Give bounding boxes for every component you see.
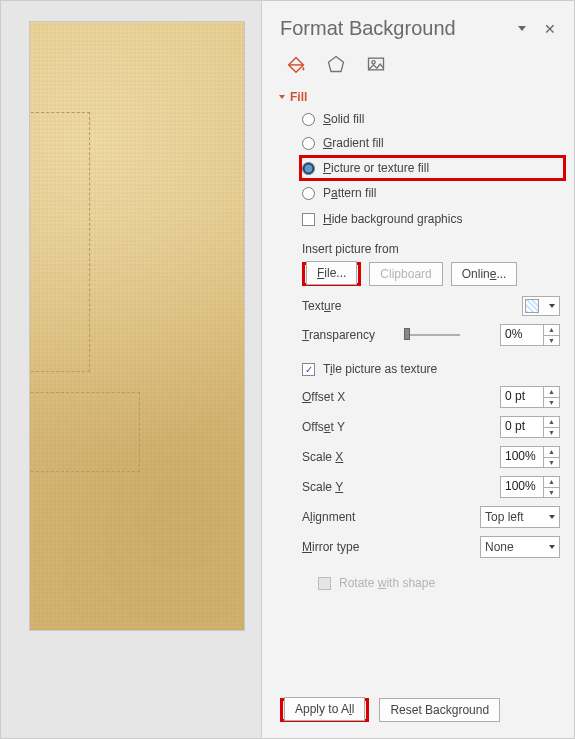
fill-section-header[interactable]: Fill [280,90,560,104]
hide-bg-checkbox[interactable] [302,213,315,226]
file-button[interactable]: File... [306,261,357,285]
svg-marker-0 [329,57,344,72]
fill-tab-icon[interactable] [284,52,308,76]
offset-y-label: Offset Y [302,420,392,434]
slide-preview-pane [1,1,262,738]
rotate-label: Rotate with shape [339,576,435,590]
insert-picture-label: Insert picture from [280,242,560,256]
texture-label: Texture [302,299,392,313]
solid-fill-radio[interactable]: Solid fill [302,110,560,128]
texture-swatch-icon [525,299,539,313]
alignment-select[interactable]: Top left [480,506,560,528]
hide-bg-label: Hide background graphics [323,212,462,226]
section-title: Fill [290,90,307,104]
pane-menu-dropdown-icon[interactable] [518,26,526,31]
transparency-slider[interactable] [404,327,460,343]
apply-to-all-button[interactable]: Apply to All [284,697,365,721]
tile-checkbox[interactable] [302,363,315,376]
online-button[interactable]: Online... [451,262,518,286]
mirror-label: Mirror type [302,540,392,554]
chevron-down-icon [549,515,555,519]
transparency-label: Transparency [302,328,398,342]
picture-tab-icon[interactable] [364,52,388,76]
effects-tab-icon[interactable] [324,52,348,76]
pattern-fill-radio[interactable]: Pattern fill [302,184,560,202]
alignment-label: Alignment [302,510,392,524]
slide-preview [29,21,245,631]
rotate-checkbox [318,577,331,590]
pane-title: Format Background [280,17,456,40]
offset-x-label: Offset X [302,390,392,404]
slide-placeholder [29,112,90,372]
spin-down-icon: ▼ [544,336,559,346]
format-background-pane: Format Background ✕ [262,1,574,738]
transparency-spinner[interactable]: 0% ▲▼ [500,324,560,346]
collapse-icon [279,95,285,99]
spin-up-icon: ▲ [544,325,559,336]
tile-label: Tile picture as texture [323,362,437,376]
scale-x-spinner[interactable]: 100% ▲▼ [500,446,560,468]
scale-x-label: Scale X [302,450,392,464]
mirror-select[interactable]: None [480,536,560,558]
slide-placeholder [29,392,140,472]
scale-y-label: Scale Y [302,480,392,494]
close-icon[interactable]: ✕ [540,20,560,38]
offset-x-spinner[interactable]: 0 pt ▲▼ [500,386,560,408]
gradient-fill-radio[interactable]: Gradient fill [302,134,560,152]
scale-y-spinner[interactable]: 100% ▲▼ [500,476,560,498]
reset-background-button[interactable]: Reset Background [379,698,500,722]
chevron-down-icon [549,304,555,308]
texture-picker[interactable] [522,296,560,316]
clipboard-button: Clipboard [369,262,442,286]
offset-y-spinner[interactable]: 0 pt ▲▼ [500,416,560,438]
picture-texture-fill-radio[interactable]: Picture or texture fill [302,159,557,177]
svg-point-2 [372,61,375,64]
